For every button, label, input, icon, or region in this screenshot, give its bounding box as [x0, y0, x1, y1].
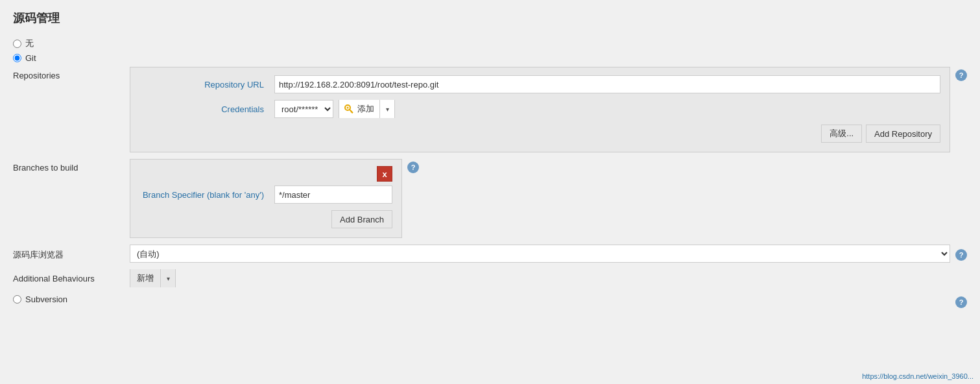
radio-subversion-label[interactable]: Subversion [13, 294, 67, 304]
credentials-select[interactable]: root/****** [274, 100, 333, 118]
branches-help-icon[interactable]: ? [407, 162, 419, 173]
add-credentials-btn-group: 添加 ▾ [339, 100, 395, 118]
new-btn-main[interactable]: 新增 [130, 269, 161, 287]
source-browser-section: 源码库浏览器 (自动) ? [13, 245, 967, 263]
page-container: 源码管理 无 Git Repositories Repository URL C… [0, 0, 980, 384]
branch-delete-row: x [139, 166, 392, 182]
repositories-label: Repositories [13, 67, 130, 80]
credentials-label: Credentials [139, 104, 269, 114]
additional-behaviours-section: Additional Behaviours 新增 ▾ [13, 269, 967, 287]
svg-point-1 [347, 107, 349, 109]
repository-url-input[interactable] [274, 75, 940, 93]
credentials-row: Credentials root/****** [139, 100, 940, 118]
radio-none[interactable] [13, 40, 21, 48]
page-title: 源码管理 [13, 10, 967, 26]
git-section: Repositories Repository URL Credentials … [13, 67, 967, 287]
source-browser-label: 源码库浏览器 [13, 246, 130, 261]
source-browser-help-icon[interactable]: ? [955, 249, 967, 261]
repositories-help-icon[interactable]: ? [955, 69, 967, 81]
advanced-btn[interactable]: 高级... [821, 125, 862, 143]
new-btn-arrow[interactable]: ▾ [161, 269, 175, 287]
subversion-row: Subversion ? [13, 294, 967, 308]
add-credentials-label: 添加 [357, 103, 374, 115]
branch-specifier-row: Branch Specifier (blank for 'any') [139, 186, 392, 204]
additional-behaviours-label: Additional Behaviours [13, 274, 130, 283]
source-browser-select[interactable]: (自动) [130, 245, 950, 263]
add-credentials-main-btn[interactable]: 添加 [339, 100, 380, 118]
radio-none-label[interactable]: 无 [13, 38, 967, 49]
radio-none-text: 无 [25, 38, 34, 49]
radio-git-text: Git [25, 53, 36, 63]
add-repository-btn[interactable]: Add Repository [866, 125, 940, 143]
subversion-text: Subversion [25, 294, 67, 304]
delete-branch-btn[interactable]: x [377, 166, 392, 182]
repositories-content: Repository URL Credentials root/****** [130, 67, 950, 152]
radio-git[interactable] [13, 54, 21, 62]
radio-git-label[interactable]: Git [13, 53, 967, 63]
repository-url-row: Repository URL [139, 75, 940, 93]
add-credentials-arrow-btn[interactable]: ▾ [380, 100, 394, 118]
repository-url-label: Repository URL [139, 80, 269, 90]
branches-content: x Branch Specifier (blank for 'any') Add… [130, 159, 402, 238]
radio-subversion[interactable] [13, 295, 21, 304]
branch-buttons: Add Branch [139, 210, 392, 228]
branch-specifier-label: Branch Specifier (blank for 'any') [139, 190, 269, 200]
branches-label: Branches to build [13, 159, 130, 173]
repositories-section: Repositories Repository URL Credentials … [13, 67, 967, 152]
bottom-link[interactable]: https://blog.csdn.net/weixin_3960... [862, 372, 974, 380]
credentials-controls: root/****** [274, 100, 395, 118]
branches-section: Branches to build x Branch Specifier (bl… [13, 159, 967, 238]
new-btn-group: 新增 ▾ [130, 269, 176, 287]
branch-specifier-input[interactable] [274, 186, 392, 204]
subversion-help-icon[interactable]: ? [955, 296, 967, 308]
add-branch-btn[interactable]: Add Branch [331, 210, 392, 228]
repositories-buttons: 高级... Add Repository [139, 125, 940, 143]
key-icon [344, 104, 353, 114]
